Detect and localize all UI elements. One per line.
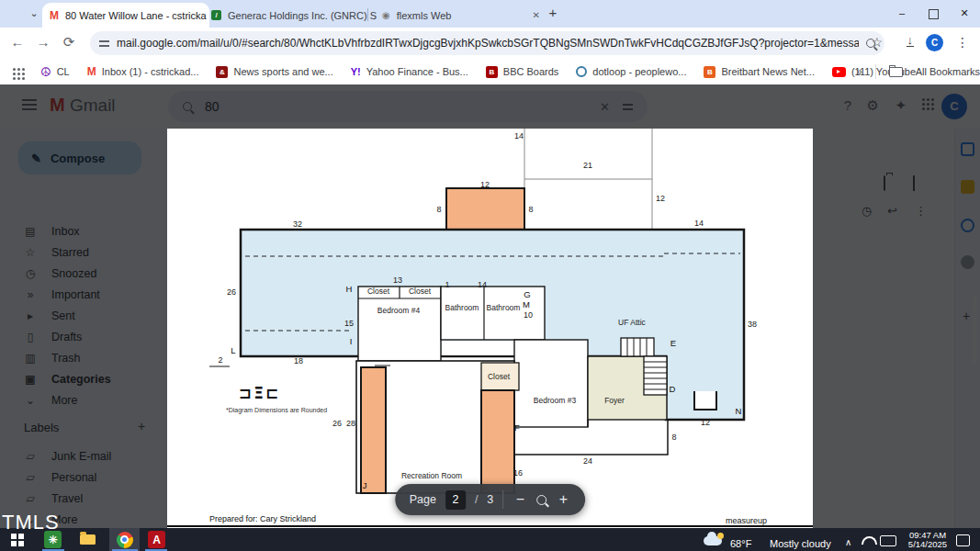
apps-grid-icon[interactable] <box>13 68 16 71</box>
floorplan-label: 14 <box>694 219 704 228</box>
new-tab-button[interactable]: + <box>544 5 562 20</box>
bookmark-item[interactable]: Y! Yahoo Finance - Bus... <box>351 66 468 77</box>
tab-gmail[interactable]: M 80 Water Willow Lane - cstricka ✕ <box>42 3 209 28</box>
floorplan-label: 18 <box>294 357 303 365</box>
tab-search-icon[interactable]: ⌄ <box>26 6 42 22</box>
generac-icon: / <box>211 10 221 20</box>
page-label: Page <box>410 493 436 506</box>
floorplan-label: Bathroom <box>445 304 479 312</box>
restore-button[interactable] <box>918 0 949 28</box>
floorplan-label: I <box>350 337 353 346</box>
weather-temp[interactable]: 68°F <box>730 538 751 549</box>
gmail-icon: M <box>50 9 59 22</box>
floorplan-label: H <box>346 285 353 294</box>
floorplan-label: Closet <box>409 287 431 296</box>
floorplan-label: 14 <box>478 281 487 289</box>
zoom-out-button[interactable]: − <box>513 491 527 508</box>
taskbar-clock[interactable]: 09:47 AM 5/14/2025 <box>905 531 951 549</box>
restore-icon <box>929 9 939 19</box>
page-number-input[interactable]: 2 <box>445 490 466 510</box>
address-bar-row: ← → ⟳ mail.google.com/mail/u/0/#search/8… <box>0 28 980 59</box>
floorplan-label: 38 <box>748 320 757 329</box>
downloads-icon[interactable]: ↓ <box>907 34 915 47</box>
tab-generac[interactable]: / Generac Holdings Inc. (GNRC) S ✕ <box>204 3 377 28</box>
tab-label: Generac Holdings Inc. (GNRC) S <box>228 10 377 21</box>
floorplan-label: 14 <box>514 132 524 141</box>
tab-label: flexmls Web <box>397 10 452 21</box>
zoom-in-button[interactable]: + <box>556 491 570 508</box>
floorplan-label: J <box>363 481 367 490</box>
screen: ⌄ M 80 Water Willow Lane - cstricka ✕ / … <box>0 0 980 551</box>
floorplan-label: 8 <box>671 433 676 442</box>
floorplan-label: 32 <box>293 220 302 229</box>
tab-close-icon[interactable]: ✕ <box>533 10 540 20</box>
all-bookmarks-label[interactable]: All Bookmarks <box>916 66 980 77</box>
gmail-icon: M <box>87 65 96 78</box>
page-total: 3 <box>487 493 493 506</box>
floorplan-label: 8 <box>436 206 441 214</box>
bookmark-item[interactable]: dotloop - peoplewo... <box>576 66 686 77</box>
floorplan-label: F <box>514 423 520 433</box>
bookmark-item[interactable]: M Inbox (1) - cstrickad... <box>87 65 199 78</box>
bookmark-item[interactable]: B Breitbart News Net... <box>704 66 814 78</box>
zoom-icon[interactable] <box>536 495 546 505</box>
floorplan-label: 26 <box>332 420 342 428</box>
floorplan-label: Recreation Room <box>401 472 462 480</box>
bookmark-label: Breitbart News Net... <box>721 66 814 77</box>
dotloop-icon <box>576 66 587 77</box>
reload-button[interactable]: ⟳ <box>59 34 79 51</box>
forward-button[interactable]: → <box>33 34 53 50</box>
floorplan-label: M <box>523 300 530 309</box>
prepared-for-text: Prepared for: Cary Strickland <box>209 514 316 523</box>
back-button[interactable]: ← <box>7 34 28 50</box>
floorplan-label: 10 <box>524 311 533 320</box>
acrobat-taskbar-icon[interactable]: A <box>148 531 165 548</box>
weather-icon[interactable] <box>704 536 722 545</box>
bookmarks-overflow-icon[interactable]: » <box>856 65 862 78</box>
floorplan-note: *Diagram Dimensions are Rounded <box>226 407 327 413</box>
tab-flexmls[interactable]: ◉ flexmls Web ✕ <box>375 3 547 28</box>
toolbar-divider <box>502 490 503 509</box>
floorplan-label: UF Attic <box>618 319 646 327</box>
floorplan-label: 12 <box>480 181 490 189</box>
floorplan-label: E <box>670 339 676 348</box>
brand-text: measureup <box>726 516 767 525</box>
bookmark-item[interactable]: B BBC Boards <box>486 66 559 78</box>
browser-menu-icon[interactable]: ⋮ <box>956 35 969 50</box>
browser-profile-avatar[interactable]: C <box>926 34 943 51</box>
address-bar[interactable]: mail.google.com/mail/u/0/#search/80/Whct… <box>90 31 884 55</box>
weather-condition[interactable]: Mostly cloudy <box>770 538 831 549</box>
floorplan-label: 8 <box>528 206 533 214</box>
floorplan-label: 1 <box>445 281 449 289</box>
floorplan-label: 26 <box>227 288 236 297</box>
bbc-icon: B <box>486 66 498 78</box>
close-window-button[interactable]: ✕ <box>949 0 980 28</box>
floorplan-label: N <box>736 407 742 416</box>
action-center-icon[interactable] <box>956 534 970 546</box>
bookmark-label: dotloop - peoplewo... <box>592 66 686 77</box>
floorplan-label: 12 <box>701 419 710 427</box>
touch-keyboard-icon[interactable] <box>880 535 896 546</box>
tray-expand-icon[interactable]: ∧ <box>845 537 851 547</box>
url-text[interactable]: mail.google.com/mail/u/0/#search/80/Whct… <box>117 37 859 50</box>
bookmark-label: Yahoo Finance - Bus... <box>366 66 468 77</box>
start-button[interactable] <box>11 534 17 539</box>
floorplan-label: Closet <box>367 287 389 296</box>
bookmark-item[interactable]: ☮ CL <box>40 65 70 79</box>
bookmark-label: Inbox (1) - cstrickad... <box>102 66 199 77</box>
floorplan-label: G <box>524 290 530 299</box>
floorplan-label: 15 <box>344 320 354 328</box>
chrome-taskbar-icon[interactable] <box>116 531 133 548</box>
floorplan-label: 24 <box>583 457 592 466</box>
bookmark-star-icon[interactable]: ☆ <box>871 35 883 50</box>
craigslist-icon: ☮ <box>40 65 51 79</box>
tray-date: 5/14/2025 <box>905 540 951 549</box>
file-explorer-icon[interactable] <box>79 531 96 548</box>
minimize-button[interactable]: – <box>886 0 918 28</box>
all-bookmarks-folder-icon <box>889 67 903 77</box>
bookmark-item[interactable]: & News sports and we... <box>216 66 332 78</box>
breitbart-icon: B <box>704 66 715 78</box>
site-settings-icon[interactable] <box>99 40 109 42</box>
flexmls-taskbar-icon[interactable]: ✳ <box>44 531 62 548</box>
page-separator: / <box>475 493 478 506</box>
